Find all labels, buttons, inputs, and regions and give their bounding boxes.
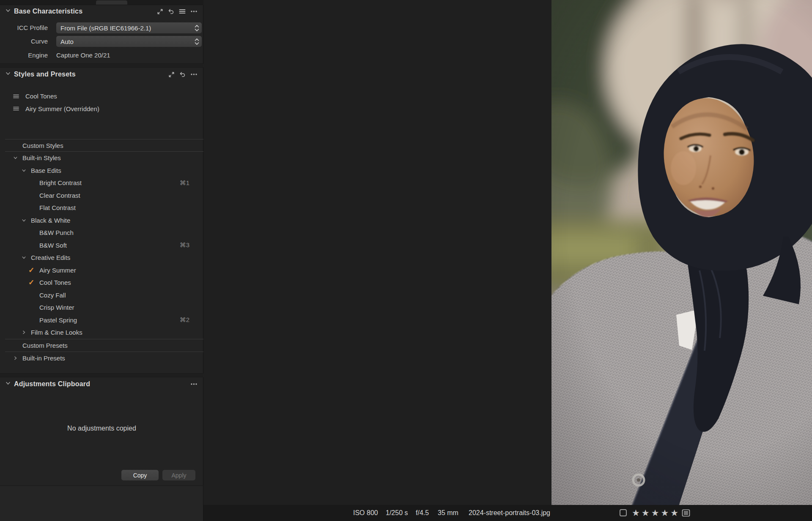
- apply-button[interactable]: Apply: [162, 470, 195, 480]
- active-tool-tab[interactable]: [96, 0, 127, 5]
- panel-divider: [0, 373, 203, 377]
- style-item-cozy-fall[interactable]: Cozy Fall: [0, 289, 203, 302]
- metadata-list-icon[interactable]: [682, 509, 690, 517]
- drag-handle-icon[interactable]: [13, 106, 19, 111]
- curve-select[interactable]: Auto: [56, 36, 202, 47]
- engine-label: Engine: [0, 50, 48, 61]
- icc-profile-label: ICC Profile: [0, 22, 48, 33]
- stepper-icon: [195, 25, 199, 33]
- more-icon[interactable]: [190, 381, 198, 387]
- sidebar-footer: [0, 486, 203, 521]
- photo-canvas[interactable]: [551, 0, 812, 505]
- stepper-icon: [195, 38, 199, 46]
- panel-title: Adjustments Clipboard: [14, 380, 90, 388]
- icc-profile-row: ICC Profile From File (sRGB IEC61966-2.1…: [0, 22, 203, 33]
- photo-illustration: [551, 0, 812, 505]
- photo-vignette: [551, 0, 812, 505]
- style-item-clear-contrast[interactable]: Clear Contrast: [0, 189, 203, 202]
- panel-title: Styles and Presets: [14, 71, 76, 78]
- tools-sidebar: Base Characteristics: [0, 0, 203, 521]
- curve-row: Curve Auto: [0, 36, 203, 47]
- styles-presets-header: Styles and Presets: [0, 68, 203, 81]
- style-group-custom-presets[interactable]: Custom Presets: [0, 339, 203, 352]
- style-item-flat-contrast[interactable]: Flat Contrast: [0, 202, 203, 214]
- more-icon[interactable]: [190, 71, 198, 77]
- panel-base-characteristics: Base Characteristics: [0, 5, 203, 63]
- clipboard-empty-message: No adjustments copied: [0, 425, 203, 432]
- style-folder-film-cine-looks[interactable]: Film & Cine Looks: [0, 326, 203, 339]
- style-item-cool-tones[interactable]: ✓ Cool Tones: [0, 276, 203, 289]
- icc-profile-select[interactable]: From File (sRGB IEC61966-2.1): [56, 22, 202, 33]
- exif-shutter-speed: 1/250 s: [386, 505, 408, 521]
- color-tag-checkbox[interactable]: [620, 509, 627, 516]
- image-viewer[interactable]: [203, 0, 812, 505]
- adjustments-clipboard-header: Adjustments Clipboard: [0, 377, 203, 391]
- expand-icon[interactable]: [168, 71, 175, 78]
- engine-row: Engine Capture One 20/21: [0, 50, 203, 61]
- shortcut-label: ⌘3: [180, 241, 189, 249]
- reset-icon[interactable]: [179, 71, 186, 78]
- style-item-airy-summer[interactable]: ✓ Airy Summer: [0, 264, 203, 277]
- viewer-status-bar: ISO 800 1/250 s f/4.5 35 mm 2024-street-…: [203, 505, 812, 521]
- style-folder-base-edits[interactable]: Base Edits: [0, 164, 203, 177]
- style-folder-built-in-styles[interactable]: Built-in Styles: [0, 152, 203, 164]
- check-icon: ✓: [28, 279, 34, 286]
- chevron-down-icon[interactable]: [5, 380, 11, 388]
- applied-style-airy-summer[interactable]: Airy Summer (Overridden): [0, 103, 203, 115]
- style-folder-built-in-presets[interactable]: Built-in Presets: [0, 352, 203, 365]
- chevron-down-icon[interactable]: [21, 255, 27, 260]
- chevron-down-icon[interactable]: [13, 155, 18, 161]
- star-rating[interactable]: ★★★★★: [632, 505, 680, 521]
- more-icon[interactable]: [190, 8, 198, 14]
- expand-icon[interactable]: [157, 8, 163, 15]
- engine-value: Capture One 20/21: [56, 50, 110, 61]
- menu-icon[interactable]: [179, 8, 186, 14]
- style-item-pastel-spring[interactable]: Pastel Spring ⌘2: [0, 314, 203, 327]
- applied-styles-list: Cool Tones Airy Summer (Overridden): [0, 90, 203, 115]
- chevron-down-icon[interactable]: [21, 168, 27, 173]
- panel-styles-and-presets: Styles and Presets: [0, 68, 203, 365]
- chevron-right-icon[interactable]: [13, 355, 18, 361]
- style-item-bw-punch[interactable]: B&W Punch: [0, 226, 203, 239]
- shortcut-label: ⌘1: [180, 179, 189, 187]
- style-folder-creative-edits[interactable]: Creative Edits: [0, 251, 203, 264]
- exif-iso: ISO 800: [353, 505, 378, 521]
- chevron-down-icon[interactable]: [21, 218, 27, 223]
- panel-title: Base Characteristics: [14, 8, 82, 15]
- applied-style-cool-tones[interactable]: Cool Tones: [0, 90, 203, 103]
- style-item-bright-contrast[interactable]: Bright Contrast ⌘1: [0, 177, 203, 189]
- chevron-down-icon[interactable]: [5, 71, 11, 78]
- style-group-custom-styles[interactable]: Custom Styles: [0, 139, 203, 151]
- chevron-right-icon[interactable]: [21, 330, 27, 335]
- capture-one-window: Base Characteristics: [0, 0, 812, 521]
- shortcut-label: ⌘2: [180, 316, 189, 324]
- panel-divider: [0, 63, 203, 68]
- base-characteristics-header: Base Characteristics: [0, 5, 203, 18]
- style-item-bw-soft[interactable]: B&W Soft ⌘3: [0, 239, 203, 252]
- style-item-crisp-winter[interactable]: Crisp Winter: [0, 301, 203, 314]
- exif-focal-length: 35 mm: [438, 505, 458, 521]
- copy-button[interactable]: Copy: [121, 470, 159, 480]
- drag-handle-icon[interactable]: [13, 94, 19, 99]
- curve-label: Curve: [0, 36, 48, 47]
- exif-aperture: f/4.5: [416, 505, 429, 521]
- chevron-down-icon[interactable]: [5, 8, 11, 15]
- filename-label: 2024-street-portraits-03.jpg: [469, 505, 550, 521]
- style-folder-black-and-white[interactable]: Black & White: [0, 214, 203, 227]
- check-icon: ✓: [28, 267, 34, 274]
- reset-icon[interactable]: [168, 8, 174, 15]
